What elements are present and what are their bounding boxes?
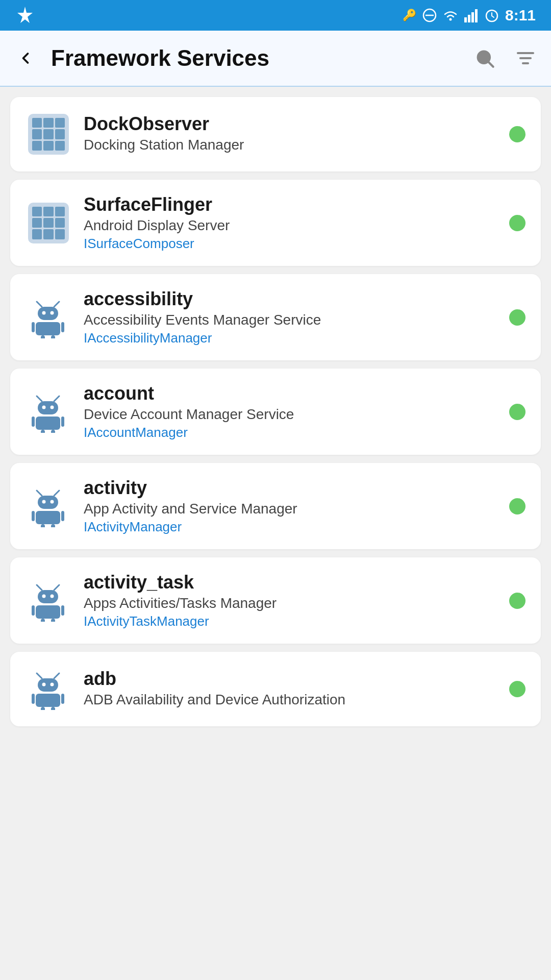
list-item[interactable]: accessibility Accessibility Events Manag… <box>10 274 541 360</box>
svg-line-25 <box>37 396 42 401</box>
time-display: 8:11 <box>505 7 536 24</box>
service-description: ADB Availability and Device Authorizatio… <box>84 692 497 708</box>
svg-line-26 <box>54 396 59 401</box>
svg-point-38 <box>42 500 46 503</box>
service-name: activity <box>84 477 497 499</box>
svg-rect-61 <box>32 694 35 704</box>
service-info: DockObserver Docking Station Manager <box>84 113 497 155</box>
service-info: activity App Activity and Service Manage… <box>84 477 497 535</box>
svg-rect-6 <box>475 9 478 22</box>
svg-rect-21 <box>32 322 35 332</box>
svg-rect-17 <box>38 307 58 320</box>
list-item[interactable]: activity_task Apps Activities/Tasks Mana… <box>10 557 541 644</box>
service-interface[interactable]: ISurfaceComposer <box>84 236 497 252</box>
service-info: adb ADB Availability and Device Authoriz… <box>84 668 497 710</box>
svg-point-48 <box>42 594 46 598</box>
svg-point-19 <box>51 311 54 314</box>
app-bar: Framework Services <box>0 31 551 87</box>
svg-point-18 <box>42 311 46 314</box>
service-info: account Device Account Manager Service I… <box>84 383 497 440</box>
service-description: Device Account Manager Service <box>84 406 497 423</box>
svg-line-46 <box>54 585 59 590</box>
service-interface[interactable]: IActivityTaskManager <box>84 614 497 629</box>
svg-rect-20 <box>36 322 60 335</box>
svg-rect-32 <box>61 416 64 427</box>
svg-rect-23 <box>41 335 45 338</box>
svg-rect-5 <box>471 12 474 22</box>
service-description: Docking Station Manager <box>84 137 497 153</box>
service-info: SurfaceFlinger Android Display Server IS… <box>84 194 497 252</box>
svg-line-56 <box>54 673 59 678</box>
service-status-indicator <box>509 498 525 514</box>
signal-icon <box>464 8 479 22</box>
svg-line-11 <box>489 62 493 67</box>
service-icon-activity <box>26 483 71 529</box>
status-bar-right: 🔑 8:11 <box>403 7 536 24</box>
block-icon <box>422 8 437 22</box>
svg-rect-42 <box>61 511 64 521</box>
service-status-indicator <box>509 215 525 231</box>
svg-rect-53 <box>41 619 45 622</box>
svg-rect-47 <box>38 590 58 603</box>
svg-point-28 <box>42 405 46 409</box>
service-description: Android Display Server <box>84 217 497 234</box>
svg-line-9 <box>492 16 494 17</box>
list-item[interactable]: SurfaceFlinger Android Display Server IS… <box>10 180 541 266</box>
svg-rect-51 <box>32 605 35 616</box>
service-icon-accessibility <box>26 295 71 340</box>
app-bar-actions <box>469 43 541 74</box>
svg-rect-63 <box>41 707 45 710</box>
service-name: DockObserver <box>84 113 497 135</box>
svg-rect-41 <box>32 511 35 521</box>
svg-rect-44 <box>51 524 55 527</box>
svg-line-36 <box>54 491 59 496</box>
status-bar: 🔑 8:11 <box>0 0 551 31</box>
service-description: Apps Activities/Tasks Manager <box>84 595 497 611</box>
svg-rect-22 <box>61 322 64 332</box>
service-description: Accessibility Events Manager Service <box>84 312 497 328</box>
svg-line-35 <box>37 491 42 496</box>
service-icon-dock-observer <box>26 111 71 157</box>
svg-rect-40 <box>36 511 60 524</box>
service-name: adb <box>84 668 497 690</box>
svg-point-59 <box>51 683 54 687</box>
service-interface[interactable]: IActivityManager <box>84 519 497 535</box>
service-icon-surface-flinger <box>26 200 71 246</box>
list-item[interactable]: activity App Activity and Service Manage… <box>10 463 541 549</box>
svg-rect-4 <box>468 15 470 22</box>
svg-rect-33 <box>41 430 45 433</box>
wifi-icon <box>443 8 458 22</box>
service-name: activity_task <box>84 572 497 593</box>
service-interface[interactable]: IAccessibilityManager <box>84 330 497 346</box>
service-status-indicator <box>509 404 525 420</box>
svg-rect-50 <box>36 605 60 619</box>
key-icon: 🔑 <box>403 9 416 22</box>
svg-point-49 <box>51 594 54 598</box>
service-name: account <box>84 383 497 404</box>
search-button[interactable] <box>469 43 500 74</box>
svg-line-45 <box>37 585 42 590</box>
alarm-icon <box>485 8 499 22</box>
svg-point-39 <box>51 500 54 503</box>
services-list: DockObserver Docking Station Manager Sur… <box>0 87 551 737</box>
service-icon-activity-task <box>26 578 71 624</box>
page-title: Framework Services <box>51 45 459 71</box>
service-name: accessibility <box>84 288 497 310</box>
svg-point-2 <box>449 18 452 21</box>
list-item[interactable]: DockObserver Docking Station Manager <box>10 97 541 172</box>
svg-line-15 <box>37 302 42 307</box>
service-info: accessibility Accessibility Events Manag… <box>84 288 497 346</box>
filter-button[interactable] <box>510 43 541 74</box>
service-status-indicator <box>509 309 525 326</box>
svg-rect-24 <box>51 335 55 338</box>
svg-rect-62 <box>61 694 64 704</box>
list-item[interactable]: adb ADB Availability and Device Authoriz… <box>10 652 541 726</box>
status-bar-left <box>15 6 35 25</box>
service-status-indicator <box>509 126 525 142</box>
svg-line-55 <box>37 673 42 678</box>
service-status-indicator <box>509 593 525 609</box>
back-button[interactable] <box>10 43 41 74</box>
list-item[interactable]: account Device Account Manager Service I… <box>10 369 541 455</box>
service-interface[interactable]: IAccountManager <box>84 425 497 440</box>
svg-rect-34 <box>51 430 55 433</box>
